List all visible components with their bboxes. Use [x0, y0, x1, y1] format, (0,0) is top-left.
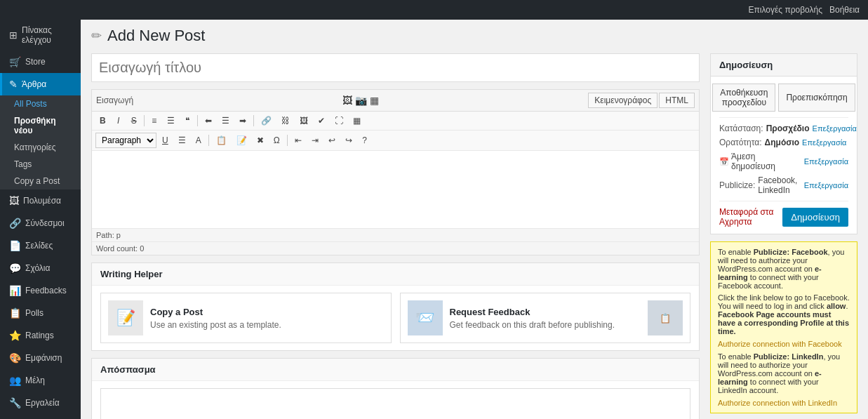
ol-btn[interactable]: ☰ [163, 114, 179, 128]
toolbar-row-1: B I S ≡ ☰ ❝ ⬅ ☰ ➡ 🔗 ⛓ 🖼 [92, 112, 699, 131]
ul-btn[interactable]: ≡ [147, 114, 161, 128]
sidebar-sub-categories[interactable]: Κατηγορίες [0, 139, 81, 156]
status-label: Κατάσταση: [719, 124, 763, 133]
dashboard-icon: ⊞ [9, 29, 18, 41]
links-icon: 🔗 [9, 218, 21, 229]
sidebar-sub-add-new[interactable]: Προσθήκη νέου [0, 112, 81, 139]
sidebar-item-polls[interactable]: 📋 Polls [0, 302, 81, 324]
outdent-btn[interactable]: ⇤ [291, 133, 306, 147]
table-btn[interactable]: ▦ [349, 114, 365, 128]
publish-body: Αποθήκευση προσχεδίου Προεπισκόπηση Κατά… [711, 77, 857, 234]
page-title-area: ✏ Add New Post [91, 27, 857, 45]
insert-img-btn[interactable]: 🖼 [295, 114, 312, 128]
publish-time-edit[interactable]: Επεξεργασία [804, 157, 848, 166]
sidebar-item-tools[interactable]: 🔧 Εργαλεία [0, 392, 81, 414]
request-feedback-card[interactable]: 📨 Request Feedback Get feedback on this … [400, 293, 691, 343]
publicize-row: Publicize: Facebook, LinkedIn Επεξεργασί… [719, 175, 848, 195]
html-tab-btn[interactable]: HTML [659, 93, 695, 108]
publish-status-row: Κατάσταση: Προσχέδιο Επεξεργασία [719, 124, 848, 133]
underline-btn[interactable]: U [158, 133, 173, 147]
sidebar-item-members[interactable]: 👥 Μέλη [0, 369, 81, 392]
paste-text-btn[interactable]: 📋 [212, 133, 231, 147]
special-char-btn[interactable]: Ω [269, 133, 284, 147]
right-sidebar: Δημοσίευση Αποθήκευση προσχεδίου Προεπισ… [710, 53, 857, 419]
facebook-page-bold: Facebook Page accounts must have a corre… [718, 310, 849, 335]
publish-btn[interactable]: Δημοσίευση [782, 208, 848, 227]
facebook-auth-link[interactable]: Authorize connection with Facebook [718, 340, 850, 348]
visibility-edit-link[interactable]: Επεξεργασία [802, 138, 846, 147]
indent-btn[interactable]: ⇥ [307, 133, 323, 147]
undo-btn[interactable]: ↩ [324, 133, 340, 147]
content-layout: Εισαγωγή 🖼 📷 ▦ Κειμενογράφος HTML [91, 53, 857, 419]
media-icon-small[interactable]: ▦ [370, 95, 379, 106]
sidebar-item-store[interactable]: 🛒 Store [0, 51, 81, 73]
align-right-btn[interactable]: ➡ [235, 114, 251, 128]
publish-header: Δημοσίευση [711, 54, 857, 77]
align-left-btn[interactable]: ⬅ [201, 114, 216, 128]
linkedin-auth-link[interactable]: Authorize connection with LinkedIn [718, 399, 850, 407]
sidebar-item-label: Εμφάνιση [25, 353, 62, 363]
sidebar-item-articles[interactable]: ✎ Άρθρα [0, 73, 81, 95]
sidebar-item-comments[interactable]: 💬 Σχόλια [0, 257, 81, 279]
paste-word-btn[interactable]: 📝 [232, 133, 251, 147]
unlink-btn[interactable]: ⛓ [277, 114, 294, 128]
format-select[interactable]: Paragraph Heading 1 Heading 2 [95, 133, 156, 148]
visual-tab-btn[interactable]: Κειμενογράφος [588, 93, 657, 108]
editor-wrapper: Εισαγωγή 🖼 📷 ▦ Κειμενογράφος HTML [91, 89, 700, 255]
sidebar-item-feedbacks[interactable]: 📊 Feedbacks [0, 279, 81, 302]
clear-format-btn[interactable]: ✖ [253, 133, 268, 147]
feedback-preview-icon: 📋 [648, 300, 683, 335]
sidebar-sub-copy-post[interactable]: Copy a Post [0, 173, 81, 189]
sidebar-item-appearance[interactable]: 🎨 Εμφάνιση [0, 347, 81, 369]
bold-btn[interactable]: B [95, 114, 110, 128]
publish-btn-row: Αποθήκευση προσχεδίου Προεπισκόπηση [719, 84, 848, 112]
help-editor-btn[interactable]: ? [358, 133, 372, 147]
text-color-btn[interactable]: A [192, 133, 206, 147]
post-title-input[interactable] [91, 53, 700, 82]
excerpt-textarea[interactable] [100, 388, 690, 419]
sidebar-sub-all-posts[interactable]: All Posts [0, 95, 81, 112]
sidebar-item-ratings[interactable]: ⭐ Ratings [0, 324, 81, 347]
publish-box: Δημοσίευση Αποθήκευση προσχεδίου Προεπισ… [710, 53, 857, 234]
sidebar-item-links[interactable]: 🔗 Σύνδεσμοι [0, 212, 81, 234]
publish-divider-2 [719, 201, 848, 201]
italic-btn[interactable]: I [112, 114, 126, 128]
sidebar-item-settings[interactable]: ⚙ Ρυθμίσεις [0, 414, 81, 419]
trash-btn[interactable]: Μεταφορά στα Αχρηστα [719, 207, 782, 227]
sidebar-sub-tags[interactable]: Tags [0, 156, 81, 173]
align-justify-btn[interactable]: ☰ [174, 133, 190, 147]
copy-post-icon: 📝 [108, 300, 143, 335]
help-link[interactable]: Βοήθεια [829, 5, 860, 15]
store-icon: 🛒 [9, 56, 21, 67]
blockquote-btn[interactable]: ❝ [180, 114, 194, 128]
sidebar: ⊞ Πίνακας ελέγχου 🛒 Store ✎ Άρθρα All Po… [0, 20, 81, 419]
pencil-icon: ✏ [91, 28, 102, 44]
sidebar-item-dashboard[interactable]: ⊞ Πίνακας ελέγχου [0, 20, 81, 51]
publicize-linkedin-text: To enable Publicize: LinkedIn, you will … [718, 352, 850, 394]
sidebar-item-media[interactable]: 🖼 Πολυμέσα [0, 189, 81, 212]
strikethrough-btn[interactable]: S [127, 114, 141, 128]
link-btn[interactable]: 🔗 [257, 114, 276, 128]
media-upload-icon[interactable]: 🖼 [342, 95, 352, 106]
tools-icon: 🔧 [9, 397, 21, 408]
toolbar-sep-2 [197, 115, 198, 126]
fullscreen-btn[interactable]: ⛶ [330, 114, 347, 128]
toolbar-row-2: Paragraph Heading 1 Heading 2 U ☰ A 📋 📝 … [92, 131, 699, 151]
preview-btn[interactable]: Προεπισκόπηση [778, 84, 855, 112]
sidebar-item-label: Feedbacks [25, 286, 67, 295]
check-btn[interactable]: ✔ [314, 114, 329, 128]
screen-options[interactable]: Επιλογές προβολής [749, 5, 823, 15]
sidebar-item-label: Polls [25, 308, 44, 318]
editor-body[interactable] [92, 151, 699, 228]
copy-post-card[interactable]: 📝 Copy a Post Use an existing post as a … [100, 293, 392, 343]
align-center-btn[interactable]: ☰ [218, 114, 234, 128]
gallery-icon[interactable]: 📷 [355, 95, 367, 106]
save-draft-btn[interactable]: Αποθήκευση προσχεδίου [712, 84, 775, 112]
sidebar-item-pages[interactable]: 📄 Σελίδες [0, 234, 81, 257]
status-edit-link[interactable]: Επεξεργασία [813, 124, 857, 133]
redo-btn[interactable]: ↪ [341, 133, 356, 147]
helper-cards: 📝 Copy a Post Use an existing post as a … [100, 293, 690, 343]
sidebar-item-label: Σύνδεσμοι [25, 218, 65, 228]
writing-helper-box: Writing Helper 📝 Copy a Post Use an exis… [91, 262, 700, 351]
publicize-edit-link[interactable]: Επεξεργασία [804, 181, 848, 189]
